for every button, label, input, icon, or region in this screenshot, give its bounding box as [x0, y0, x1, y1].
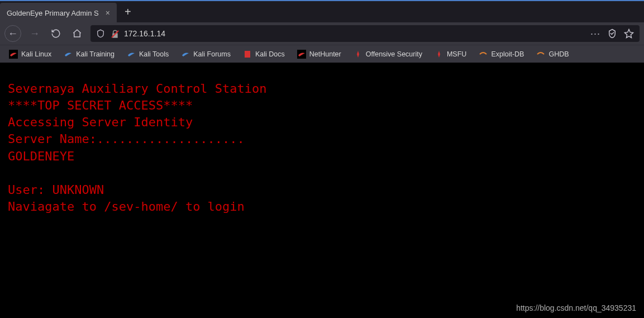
bookmark-nethunter[interactable]: NetHunter — [293, 48, 346, 61]
terminal-line: ****TOP SECRET ACCESS**** — [8, 98, 193, 112]
bookmark-label: NetHunter — [309, 50, 341, 58]
reload-button[interactable] — [48, 26, 64, 41]
nav-bar: ← → 172.16.1.14 ··· — [0, 22, 644, 45]
bookmark-label: MSFU — [447, 50, 466, 58]
reader-view-icon[interactable] — [607, 29, 617, 39]
terminal-line: GOLDENEYE — [8, 149, 74, 163]
new-tab-button[interactable]: + — [117, 6, 139, 18]
reload-icon — [51, 29, 61, 39]
insecure-lock-icon[interactable] — [111, 30, 118, 37]
exploit-db-icon — [479, 50, 488, 59]
kali-dragon-icon — [297, 50, 306, 59]
terminal-line: User: UNKNOWN — [8, 183, 104, 197]
document-icon — [243, 50, 252, 59]
bookmark-label: Kali Docs — [255, 50, 285, 58]
forward-button[interactable]: → — [27, 26, 42, 41]
offsec-icon — [435, 50, 443, 59]
bookmark-ghdb[interactable]: GHDB — [532, 48, 573, 61]
bookmark-msfu[interactable]: MSFU — [430, 48, 471, 61]
terminal-line: Server Name:.................... — [8, 132, 245, 146]
tab-bar: GoldenEye Primary Admin S × + — [0, 0, 644, 22]
back-button[interactable]: ← — [4, 25, 21, 42]
kali-dragon-icon — [127, 50, 136, 59]
terminal-line: Accessing Server Identity — [8, 115, 193, 129]
kali-dragon-icon — [9, 50, 18, 59]
bookmark-kali-training[interactable]: Kali Training — [59, 48, 119, 61]
bookmark-kali-tools[interactable]: Kali Tools — [122, 48, 173, 61]
url-actions: ··· — [590, 28, 634, 40]
bookmark-label: Exploit-DB — [491, 50, 524, 58]
bookmarks-bar: Kali Linux Kali Training Kali Tools Kali… — [0, 45, 644, 63]
terminal-line: Naviagate to /sev-home/ to login — [8, 200, 245, 213]
bookmark-label: Kali Forums — [193, 50, 231, 58]
browser-tab[interactable]: GoldenEye Primary Admin S × — [0, 3, 117, 23]
forward-icon: → — [30, 28, 40, 40]
tab-title: GoldenEye Primary Admin S — [7, 9, 99, 17]
bookmark-label: Offensive Security — [366, 50, 422, 58]
terminal-line: Severnaya Auxiliary Control Station — [8, 82, 267, 96]
bookmark-label: Kali Tools — [139, 50, 169, 58]
shield-icon[interactable] — [96, 29, 105, 38]
bookmark-exploit-db[interactable]: Exploit-DB — [474, 48, 528, 61]
url-bar[interactable]: 172.16.1.14 ··· — [90, 25, 640, 42]
url-text: 172.16.1.14 — [124, 29, 585, 38]
bookmark-label: Kali Training — [76, 50, 115, 58]
close-tab-icon[interactable]: × — [103, 8, 112, 17]
home-icon — [72, 29, 82, 39]
watermark: https://blog.csdn.net/qq_34935231 — [516, 303, 636, 312]
svg-rect-2 — [245, 51, 250, 58]
bookmark-kali-forums[interactable]: Kali Forums — [176, 48, 235, 61]
bookmark-offensive-security[interactable]: Offensive Security — [349, 48, 427, 61]
bookmark-label: Kali Linux — [21, 50, 51, 58]
offsec-icon — [354, 50, 362, 59]
page-actions-icon[interactable]: ··· — [590, 28, 600, 40]
bookmark-star-icon[interactable] — [624, 29, 634, 39]
back-icon: ← — [8, 28, 18, 40]
kali-dragon-icon — [181, 50, 190, 59]
bookmark-label: GHDB — [548, 50, 569, 58]
page-body: Severnaya Auxiliary Control Station ****… — [0, 63, 644, 223]
bookmark-kali-docs[interactable]: Kali Docs — [238, 48, 289, 61]
kali-dragon-icon — [64, 50, 73, 59]
bookmark-kali-linux[interactable]: Kali Linux — [4, 48, 56, 61]
exploit-db-icon — [536, 50, 545, 59]
home-button[interactable] — [69, 26, 85, 41]
